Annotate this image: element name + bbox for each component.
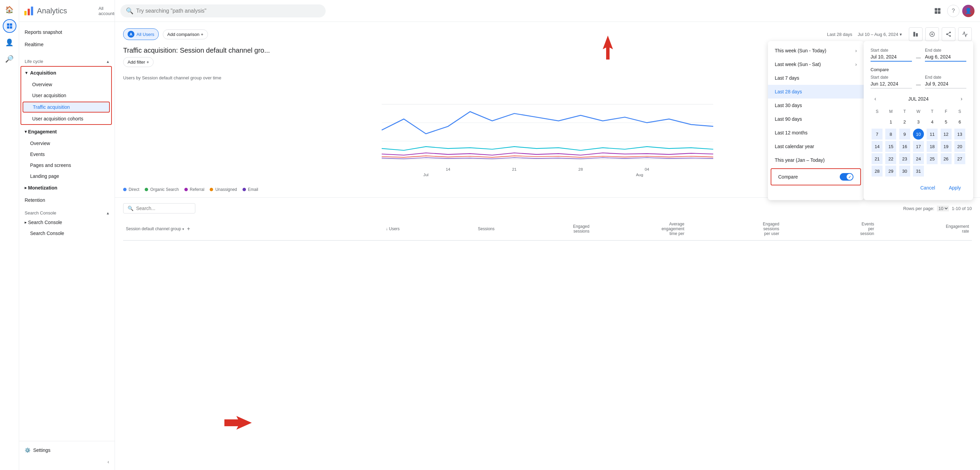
- cal-day-31[interactable]: 31: [913, 166, 924, 177]
- svg-text:04: 04: [645, 167, 649, 172]
- sidebar-engagement-overview[interactable]: Overview: [19, 138, 110, 149]
- red-right-arrow: [224, 416, 252, 431]
- table-search-input[interactable]: [136, 206, 191, 211]
- svg-rect-10: [938, 11, 941, 14]
- cal-day-10[interactable]: 10: [913, 129, 924, 140]
- cal-day-28[interactable]: 28: [872, 166, 883, 177]
- cal-day-12[interactable]: 12: [941, 129, 951, 140]
- cal-day-29[interactable]: 29: [885, 166, 896, 177]
- cal-day-26[interactable]: 26: [941, 153, 951, 164]
- chart-view-button[interactable]: [909, 27, 923, 41]
- home-icon[interactable]: 🏠: [3, 3, 16, 16]
- search-nav-icon[interactable]: 🔎: [3, 52, 16, 66]
- cal-day-5[interactable]: 5: [941, 116, 951, 127]
- compare-toggle-row: Compare: [771, 168, 861, 185]
- svg-rect-5: [28, 8, 30, 15]
- date-option-12months[interactable]: Last 12 months: [768, 126, 864, 140]
- sidebar-traffic-acquisition[interactable]: Traffic acquisition: [22, 102, 110, 113]
- cal-day-15[interactable]: 15: [885, 141, 896, 152]
- sidebar-acquisition[interactable]: ▾ Acquisition: [21, 67, 107, 79]
- all-users-filter[interactable]: A All Users: [123, 29, 159, 40]
- sidebar-collapse-btn[interactable]: ‹: [19, 456, 115, 467]
- th-sessions: Sessions: [402, 225, 497, 233]
- sidebar-engagement[interactable]: ▾ Engagement: [19, 126, 115, 138]
- sidebar-retention[interactable]: Retention: [19, 194, 110, 206]
- cal-day-14[interactable]: 14: [872, 141, 883, 152]
- sidebar-settings[interactable]: ⚙️ Settings: [19, 444, 110, 456]
- sidebar-user-acquisition[interactable]: User acquisition: [21, 90, 107, 101]
- sidebar-landing-page[interactable]: Landing page: [19, 171, 110, 182]
- cal-day-7[interactable]: 7: [872, 129, 883, 140]
- svg-text:14: 14: [446, 167, 450, 172]
- compare-toggle[interactable]: [840, 173, 853, 181]
- date-option-this-year[interactable]: This year (Jan – Today): [768, 153, 864, 167]
- date-option-28days[interactable]: Last 28 days: [768, 85, 864, 99]
- cal-day-22[interactable]: 22: [885, 153, 896, 164]
- cal-day-23[interactable]: 23: [899, 153, 910, 164]
- date-option-30days[interactable]: Last 30 days: [768, 99, 864, 112]
- search-bar: 🔍: [120, 5, 326, 18]
- sidebar-user-acquisition-cohorts[interactable]: User acquisition cohorts: [21, 113, 107, 124]
- account-selector[interactable]: All accounts ▾: [96, 5, 115, 18]
- person-icon[interactable]: 👤: [3, 35, 16, 49]
- cal-day-2[interactable]: 2: [899, 116, 910, 127]
- cal-day-19[interactable]: 19: [941, 141, 951, 152]
- sidebar-search-console-1[interactable]: ▸ Search Console: [19, 217, 115, 228]
- cal-day-13[interactable]: 13: [955, 129, 965, 140]
- cal-day-27[interactable]: 27: [955, 153, 965, 164]
- apps-grid-button[interactable]: [931, 4, 944, 18]
- sidebar-pages-screens[interactable]: Pages and screens: [19, 160, 110, 171]
- cal-day-8[interactable]: 8: [885, 129, 896, 140]
- search-input[interactable]: [136, 8, 320, 14]
- cal-day-20[interactable]: 20: [955, 141, 965, 152]
- cal-day-16[interactable]: 16: [899, 141, 910, 152]
- cal-day-11[interactable]: 11: [927, 129, 938, 140]
- th-avg-engagement: Average engagement time per: [592, 220, 687, 237]
- cal-day-24[interactable]: 24: [913, 153, 924, 164]
- date-option-calendar-year[interactable]: Last calendar year: [768, 140, 864, 153]
- reports-icon[interactable]: [3, 19, 16, 33]
- th-engagement-rate: Engagement rate: [877, 223, 972, 235]
- cal-day-21[interactable]: 21: [872, 153, 883, 164]
- sidebar-overview[interactable]: Overview: [21, 79, 107, 90]
- share-button[interactable]: [942, 27, 955, 41]
- insights-button[interactable]: [958, 27, 972, 41]
- rows-per-page-select[interactable]: 10 25 50: [937, 206, 949, 211]
- sidebar-events[interactable]: Events: [19, 149, 110, 160]
- sidebar-reports-snapshot[interactable]: Reports snapshot: [19, 26, 110, 38]
- calendar-cancel-button[interactable]: Cancel: [915, 182, 941, 193]
- svg-rect-14: [916, 33, 918, 37]
- top-bar-actions: ? 👤: [931, 4, 975, 18]
- date-option-this-week[interactable]: This week (Sun - Today) ›: [768, 44, 864, 57]
- date-option-last-week[interactable]: Last week (Sun - Sat) ›: [768, 57, 864, 71]
- legend-referral: Referral: [185, 187, 205, 192]
- cal-day-9[interactable]: 9: [899, 129, 910, 140]
- calendar-actions: Cancel Apply: [870, 182, 966, 193]
- date-option-90days[interactable]: Last 90 days: [768, 112, 864, 126]
- search-icon: 🔍: [126, 7, 134, 15]
- table-area: 🔍 Rows per page: 10 25 50 1-10 of 10: [115, 198, 980, 246]
- avatar[interactable]: 👤: [962, 5, 975, 17]
- cal-day-30[interactable]: 30: [899, 166, 910, 177]
- add-comparison-button[interactable]: Add comparison +: [163, 29, 208, 39]
- compare-button[interactable]: [925, 27, 939, 41]
- cal-next-btn[interactable]: ›: [957, 94, 966, 104]
- cal-day-17[interactable]: 17: [913, 141, 924, 152]
- cal-day-18[interactable]: 18: [927, 141, 938, 152]
- date-range-selector[interactable]: Last 28 days Jul 10 – Aug 6, 2024 ▾: [827, 32, 902, 37]
- cal-day-25[interactable]: 25: [927, 153, 938, 164]
- cal-day-6[interactable]: 6: [955, 116, 965, 127]
- calendar-apply-button[interactable]: Apply: [943, 182, 966, 193]
- cal-day-3[interactable]: 3: [913, 116, 924, 127]
- help-button[interactable]: ?: [947, 5, 959, 17]
- sidebar-monetization[interactable]: ▸ Monetization: [19, 182, 115, 194]
- sidebar-search-console-2[interactable]: Search Console: [19, 228, 110, 239]
- cal-day-4[interactable]: 4: [927, 116, 938, 127]
- sidebar-realtime[interactable]: Realtime: [19, 38, 110, 51]
- date-option-7days[interactable]: Last 7 days: [768, 71, 864, 85]
- add-filter-button[interactable]: Add filter +: [123, 57, 154, 67]
- app-title: Analytics: [37, 6, 67, 15]
- cal-day-1[interactable]: 1: [885, 116, 896, 127]
- cal-prev-btn[interactable]: ‹: [870, 94, 880, 104]
- calendar-header: ‹ JUL 2024 ›: [870, 94, 966, 104]
